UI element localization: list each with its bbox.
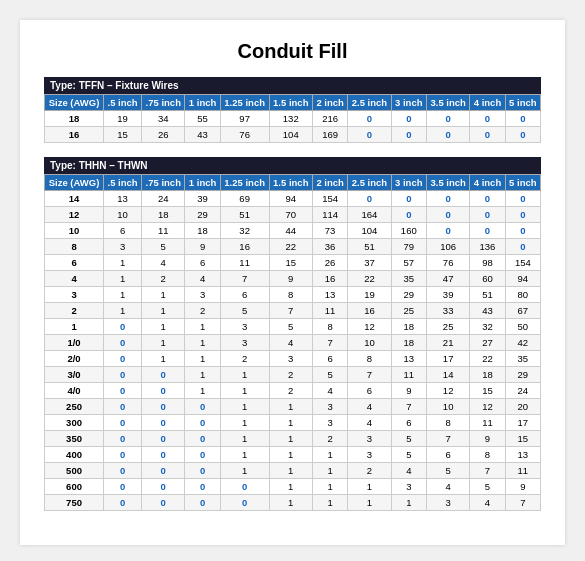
table-cell: 2/0 [45, 351, 104, 367]
table-cell: 3 [104, 239, 142, 255]
col-header: 4 inch [470, 95, 505, 111]
table-cell: 1 [220, 367, 269, 383]
table-cell: 10 [45, 223, 104, 239]
table-cell: 7 [470, 463, 505, 479]
table-cell: 0 [426, 111, 469, 127]
table-cell: 12 [348, 319, 391, 335]
table-cell: 104 [348, 223, 391, 239]
table-cell: 1 [220, 447, 269, 463]
table-cell: 3/0 [45, 367, 104, 383]
table-cell: 12 [45, 207, 104, 223]
section-header-thhn: Type: THHN – THWN [44, 157, 541, 174]
table-cell: 16 [45, 127, 104, 143]
table-cell: 1 [185, 351, 220, 367]
table-cell: 0 [505, 111, 540, 127]
table-row: 14132439699415400000 [45, 191, 541, 207]
table-cell: 160 [391, 223, 426, 239]
table-cell: 1 [312, 447, 347, 463]
table-cell: 43 [470, 303, 505, 319]
table-cell: 0 [220, 479, 269, 495]
table-cell: 26 [312, 255, 347, 271]
table-cell: 1 [220, 399, 269, 415]
table-row: 3/0001125711141829 [45, 367, 541, 383]
table-cell: 67 [505, 303, 540, 319]
table-cell: 9 [470, 431, 505, 447]
table-cell: 29 [391, 287, 426, 303]
table-cell: 3 [269, 351, 312, 367]
table-cell: 16 [220, 239, 269, 255]
table-cell: 3 [348, 431, 391, 447]
section-tffn: Type: TFFN – Fixture WiresSize (AWG).5 i… [44, 77, 541, 143]
table-cell: 7 [426, 431, 469, 447]
table-cell: 18 [391, 319, 426, 335]
table-cell: 1 [104, 287, 142, 303]
table-cell: 0 [505, 207, 540, 223]
table-cell: 42 [505, 335, 540, 351]
table-row: 161526437610416900000 [45, 127, 541, 143]
table-row: 2/0011236813172235 [45, 351, 541, 367]
table-cell: 104 [269, 127, 312, 143]
table-cell: 10 [104, 207, 142, 223]
table-cell: 1 [269, 463, 312, 479]
table-cell: 0 [470, 191, 505, 207]
col-header: .5 inch [104, 95, 142, 111]
table-cell: 4 [142, 255, 185, 271]
table-row: 1/00113471018212742 [45, 335, 541, 351]
col-header: 2 inch [312, 95, 347, 111]
table-cell: 216 [312, 111, 347, 127]
table-cell: 3 [220, 319, 269, 335]
table-cell: 51 [348, 239, 391, 255]
page: Conduit Fill Type: TFFN – Fixture WiresS… [20, 20, 565, 545]
table-cell: 0 [220, 495, 269, 511]
table-cell: 1 [391, 495, 426, 511]
table-cell: 13 [391, 351, 426, 367]
table-cell: 0 [104, 335, 142, 351]
table-cell: 2 [142, 271, 185, 287]
table-cell: 0 [505, 223, 540, 239]
table-cell: 1 [220, 415, 269, 431]
table-cell: 1/0 [45, 335, 104, 351]
table-cell: 36 [312, 239, 347, 255]
table-row: 311368131929395180 [45, 287, 541, 303]
table-cell: 32 [220, 223, 269, 239]
table-cell: 0 [426, 207, 469, 223]
col-header: .5 inch [104, 175, 142, 191]
table-cell: 7 [348, 367, 391, 383]
table-cell: 0 [348, 111, 391, 127]
table-row: 614611152637577698154 [45, 255, 541, 271]
table-cell: 5 [269, 319, 312, 335]
table-cell: 10 [426, 399, 469, 415]
table-cell: 57 [391, 255, 426, 271]
table-cell: 3 [348, 447, 391, 463]
table-row: 181934559713221600000 [45, 111, 541, 127]
table-cell: 0 [426, 191, 469, 207]
table-cell: 6 [348, 383, 391, 399]
table-cell: 5 [391, 447, 426, 463]
table-cell: 24 [505, 383, 540, 399]
table-cell: 1 [312, 463, 347, 479]
table-cell: 24 [142, 191, 185, 207]
col-header: 1.5 inch [269, 175, 312, 191]
table-row: 10113581218253250 [45, 319, 541, 335]
table-cell: 500 [45, 463, 104, 479]
table-cell: 37 [348, 255, 391, 271]
page-title: Conduit Fill [44, 40, 541, 63]
table-cell: 4 [426, 479, 469, 495]
table-cell: 0 [470, 207, 505, 223]
table-cell: 5 [220, 303, 269, 319]
col-header: 1.25 inch [220, 175, 269, 191]
table-cell: 0 [142, 431, 185, 447]
table-cell: 2 [348, 463, 391, 479]
col-header: 2.5 inch [348, 95, 391, 111]
table-cell: 1 [185, 319, 220, 335]
col-header: 3 inch [391, 95, 426, 111]
col-header: 2.5 inch [348, 175, 391, 191]
table-cell: 9 [505, 479, 540, 495]
table-cell: 7 [220, 271, 269, 287]
table-cell: 8 [348, 351, 391, 367]
table-cell: 7 [391, 399, 426, 415]
table-cell: 8 [470, 447, 505, 463]
table-cell: 35 [391, 271, 426, 287]
table-cell: 0 [185, 495, 220, 511]
table-cell: 1 [104, 271, 142, 287]
